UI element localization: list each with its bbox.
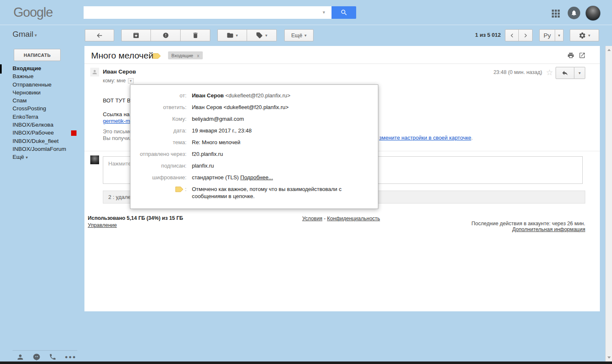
settings-button[interactable]: ▾ bbox=[570, 29, 599, 41]
body-link-fragment[interactable]: germetik-mark bbox=[103, 118, 130, 124]
chevron-down-icon: ▾ bbox=[579, 71, 581, 75]
detail-row-encryption: шифрование: стандартное (TLS) Подробнее.… bbox=[130, 174, 378, 181]
sidebar-item-inbox-belkova[interactable]: INBOX/Белкова bbox=[13, 121, 82, 129]
more-actions-button[interactable]: Ещё▾ bbox=[284, 29, 314, 41]
folder-list: Входящие Важные Отправленные Черновики С… bbox=[13, 64, 82, 161]
archive-button[interactable] bbox=[121, 29, 151, 41]
sidebar-item-more[interactable]: Ещё ▾ bbox=[13, 153, 82, 161]
archive-icon bbox=[133, 32, 140, 39]
search-input[interactable] bbox=[84, 6, 332, 19]
importance-marker-icon bbox=[175, 186, 184, 192]
more-reply-options-button[interactable]: ▾ bbox=[574, 67, 585, 79]
encryption-details-link[interactable]: Подробнее... bbox=[240, 174, 273, 181]
subject-divider bbox=[84, 64, 600, 64]
chevron-down-icon: ▾ bbox=[35, 33, 37, 38]
open-in-new-window-icon[interactable] bbox=[579, 52, 586, 61]
sidebar-item-inbox-rabochee[interactable]: INBOX/Рабочее bbox=[13, 129, 82, 137]
input-language-caret-button[interactable]: ▾ bbox=[555, 29, 564, 41]
recipient-line: кому: мне▾ bbox=[103, 78, 134, 84]
delete-button[interactable] bbox=[181, 29, 210, 41]
print-icon[interactable] bbox=[567, 52, 574, 61]
sidebar-item-sent[interactable]: Отправленные bbox=[13, 81, 82, 89]
reply-placeholder: Нажмите bbox=[108, 160, 130, 167]
detail-row-date: дата: 19 января 2017 г., 23:48 bbox=[130, 127, 378, 134]
label-tag-icon bbox=[256, 32, 263, 39]
chevron-right-icon bbox=[523, 33, 528, 38]
show-details-caret-icon[interactable]: ▾ bbox=[128, 78, 134, 84]
hangouts-bar: ●●● bbox=[16, 353, 79, 361]
search-button[interactable] bbox=[332, 6, 356, 19]
bottom-edge-bar bbox=[0, 361, 612, 364]
sidebar-item-enkoterra[interactable]: EnkoTerra bbox=[13, 113, 82, 121]
from-address: <dukefleet@f20.planfix.ru> bbox=[225, 92, 291, 99]
star-icon[interactable]: ☆ bbox=[546, 68, 553, 77]
manage-storage-link[interactable]: Управление bbox=[88, 222, 117, 228]
last-account-activity: Последние действия в аккаунте: через 26 … bbox=[472, 221, 585, 227]
report-spam-button[interactable] bbox=[151, 29, 181, 41]
more-options-ellipsis-icon[interactable]: ●●● bbox=[65, 354, 76, 360]
chevron-down-icon: ▾ bbox=[236, 33, 238, 38]
body-text-fragment: Ссылка на де bbox=[103, 111, 130, 117]
privacy-link[interactable]: Конфиденциальность bbox=[327, 216, 380, 221]
sidebar-item-spam[interactable]: Спам bbox=[13, 97, 82, 104]
older-button[interactable] bbox=[519, 29, 533, 41]
back-to-inbox-button[interactable] bbox=[85, 29, 114, 41]
move-to-button[interactable]: ▾ bbox=[217, 29, 247, 41]
body-text-fragment: Это письмо bbox=[103, 128, 130, 135]
compose-button[interactable]: НАПИСАТЬ bbox=[14, 49, 61, 61]
hangouts-chat-icon[interactable] bbox=[32, 353, 41, 361]
sender-avatar bbox=[90, 68, 99, 76]
sidebar-footer-divider bbox=[13, 350, 77, 351]
message-details-popup: от: Иван Серов <dukefleet@f20.planfix.ru… bbox=[130, 84, 378, 209]
chevron-left-icon bbox=[509, 33, 515, 38]
scroll-down-arrow-icon[interactable] bbox=[607, 356, 611, 359]
user-avatar-small bbox=[90, 155, 99, 164]
chevron-down-icon: ▾ bbox=[304, 33, 306, 38]
chevron-down-icon: ▾ bbox=[265, 33, 267, 38]
from-name: Иван Серов bbox=[192, 92, 224, 99]
card-settings-link[interactable]: змените настройки в своей карточке bbox=[379, 135, 471, 141]
search-icon bbox=[340, 9, 348, 16]
input-language-button[interactable]: Ру bbox=[539, 29, 555, 41]
apps-grid-icon[interactable] bbox=[552, 10, 560, 18]
vertical-scrollbar[interactable] bbox=[605, 46, 612, 361]
email-subject: Много мелочей bbox=[91, 51, 153, 61]
sender-name: Иван Серов bbox=[103, 69, 136, 75]
detail-row-subject: тема: Re: Много мелочей bbox=[130, 139, 378, 146]
remove-label-icon[interactable]: x bbox=[197, 53, 199, 58]
newer-button[interactable] bbox=[505, 29, 519, 41]
chevron-down-icon: ▾ bbox=[588, 33, 590, 38]
email-timestamp: 23:48 (0 мин. назад) bbox=[493, 69, 542, 75]
search-options-caret-icon[interactable]: ▾ bbox=[323, 10, 325, 15]
storage-usage: Использовано 5,14 ГБ (34%) из 15 ГБ bbox=[88, 215, 183, 221]
sidebar-item-inbox[interactable]: Входящие bbox=[13, 64, 82, 72]
detail-row-mailed-by: отправлено через: f20.planfix.ru bbox=[130, 150, 378, 158]
sidebar-item-inbox-duke-fleet[interactable]: INBOX/Duke_fleet bbox=[13, 137, 82, 145]
sidebar-item-important[interactable]: Важные bbox=[13, 72, 82, 80]
message-counter: 1 из 5 012 bbox=[475, 32, 501, 38]
notifications-bell-icon[interactable] bbox=[568, 7, 580, 19]
terms-link[interactable]: Условия bbox=[302, 216, 322, 221]
detail-row-to: Кому: beliyadm@gmail.com bbox=[130, 115, 378, 122]
label-chip-inbox[interactable]: Входящиеx bbox=[168, 51, 203, 59]
unread-red-badge bbox=[71, 130, 76, 136]
sidebar-item-crossposting[interactable]: CrossPosting bbox=[13, 104, 82, 112]
detail-row-importance: : Отмечено как важное, потому что вы вза… bbox=[130, 186, 378, 200]
reply-button[interactable] bbox=[556, 67, 574, 79]
activity-details-link[interactable]: Дополнительная информация bbox=[512, 227, 585, 232]
detail-row-signed-by: подписан: planfix.ru bbox=[130, 162, 378, 169]
importance-marker-icon[interactable] bbox=[153, 53, 161, 59]
detail-row-reply-to: ответить: Иван Серов <dukefleet@f20.plan… bbox=[130, 104, 378, 111]
gmail-app: Google ▾ Gmail▾ ▾ bbox=[0, 0, 612, 364]
labels-button[interactable]: ▾ bbox=[247, 29, 277, 41]
sidebar-item-drafts[interactable]: Черновики bbox=[13, 89, 82, 97]
chevron-down-icon: ▾ bbox=[558, 33, 560, 38]
contacts-person-icon[interactable] bbox=[16, 353, 24, 361]
phone-icon[interactable] bbox=[48, 353, 57, 361]
scroll-up-arrow-icon[interactable] bbox=[607, 49, 611, 51]
sidebar-item-inbox-joomlaforum[interactable]: INBOX/JoomlaForum bbox=[13, 145, 82, 153]
folder-icon bbox=[227, 32, 234, 39]
account-avatar[interactable] bbox=[585, 5, 601, 21]
gmail-menu[interactable]: Gmail▾ bbox=[13, 30, 37, 39]
chevron-down-icon: ▾ bbox=[26, 155, 28, 160]
